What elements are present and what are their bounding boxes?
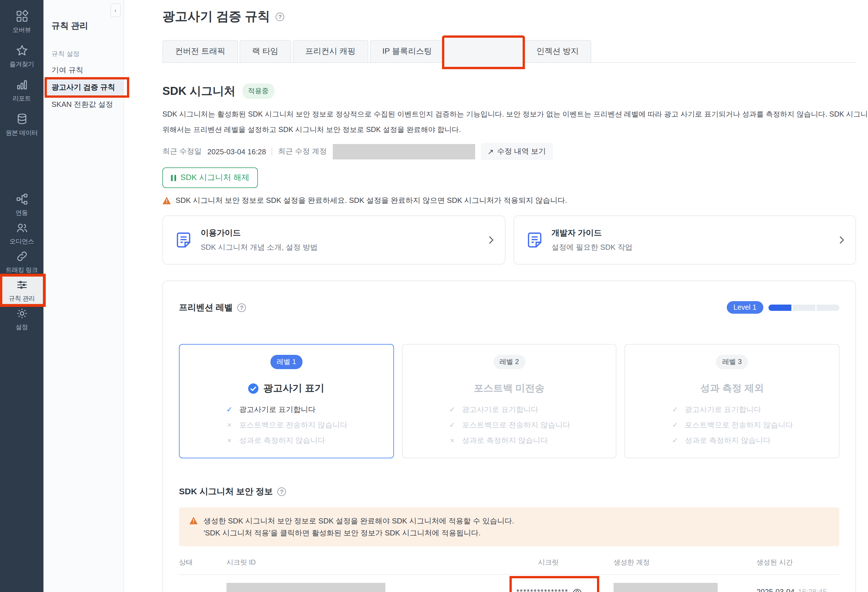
sidebar-item-label: 트래킹 링크 xyxy=(6,265,38,274)
column-header-status: 상태 xyxy=(179,558,226,567)
integration-icon xyxy=(15,192,28,205)
sidebar-item-overview[interactable]: 오버뷰 xyxy=(0,4,43,39)
level-title-text: 성과 측정 제외 xyxy=(700,382,764,395)
star-icon xyxy=(15,44,28,57)
level-rules-list: ✓광고사기로 표기합니다 ✓포스트백으로 전송하지 않습니다 ✓성과로 측정하지… xyxy=(671,405,793,451)
guide-card-title: 개발자 가이드 xyxy=(552,228,632,238)
created-account-cell xyxy=(614,583,756,592)
tab-ip-blocklisting[interactable]: IP 블록리스팅 xyxy=(370,40,444,62)
guide-card-subtitle: 설정에 필요한 SDK 작업 xyxy=(552,242,632,252)
notice-text: 생성한 SDK 시그니처 보안 정보로 SDK 설정을 완료해야 SDK 시그니… xyxy=(204,515,514,539)
tab-injection-prevention[interactable]: 인젝션 방지 xyxy=(524,40,591,62)
chevron-right-icon xyxy=(839,236,844,244)
level-2-card[interactable]: 레벨 2 포스트백 미전송 ✓광고사기로 표기합니다 ✓포스트백으로 전송하지 … xyxy=(402,344,616,458)
menu-item-label: 광고사기 검증 규칙 xyxy=(52,82,115,93)
tab-label: 인젝션 방지 xyxy=(536,46,579,55)
created-time-cell: 2025-03-0416:28:45 xyxy=(756,587,839,592)
help-icon[interactable] xyxy=(276,12,284,21)
gear-icon xyxy=(15,306,28,320)
level-1-card[interactable]: 레벨 1 광고사기 표기 ✓광고사기로 표기합니다 ×포스트백으로 전송하지 않… xyxy=(179,344,394,458)
rule-text: 포스트백으로 전송하지 않습니다 xyxy=(239,421,347,430)
button-label: SDK 시그니처 해제 xyxy=(180,172,249,183)
sidebar-item-raw-data[interactable]: 원본 데이터 xyxy=(0,108,43,142)
table-row: *************** 2025-03-0416:28:45 xyxy=(179,574,839,592)
security-info-heading: SDK 시그니처 보안 정보 xyxy=(179,486,286,497)
guide-card-title: 이용가이드 xyxy=(201,228,317,238)
secondary-sidebar-title: 규칙 관리 xyxy=(52,21,124,31)
cross-icon: × xyxy=(225,436,233,445)
sdk-signature-description: SDK 시그니처는 활성화된 SDK 시그니처 보안 정보로 정상적으로 수집된… xyxy=(162,107,856,138)
level-indicator: Level 1 xyxy=(726,301,839,314)
rule-text: 광고사기로 표기합니다 xyxy=(462,405,538,414)
secret-id-cell xyxy=(226,583,509,592)
tab-bar: 컨버전 트래픽 랙 타임 프리컨시 캐핑 IP 블록리스팅 SDK 시그니처 인… xyxy=(162,40,856,63)
description-line: 위해서는 프리벤션 레벨을 설정하고 SDK 시그니처 보안 정보로 SDK 설… xyxy=(162,122,856,138)
column-header-secret-id: 시크릿 ID xyxy=(226,558,509,567)
check-icon: ✓ xyxy=(448,405,456,414)
column-header-created-time: 생성된 시간 xyxy=(756,558,839,567)
level-card-title: 포스트백 미전송 xyxy=(402,382,616,395)
notice-line: 'SDK 시그니처 적용'을 클릭하면 활성화된 보안 정보가 SDK 시그니처… xyxy=(204,527,514,539)
disable-sdk-signature-button[interactable]: SDK 시그니처 해제 xyxy=(162,168,258,188)
sidebar-item-settings[interactable]: 설정 xyxy=(0,305,43,333)
tab-label: 랙 타임 xyxy=(252,46,279,55)
external-link-icon: ↗ xyxy=(487,147,494,156)
eye-icon[interactable] xyxy=(573,587,582,592)
secret-cell: *************** xyxy=(509,575,614,592)
developer-guide-card[interactable]: 개발자 가이드 설정에 필요한 SDK 작업 xyxy=(513,215,856,265)
help-icon[interactable] xyxy=(237,303,246,312)
sidebar-item-favorites[interactable]: 즐겨찾기 xyxy=(0,39,43,73)
security-info-table: 상태 시크릿 ID 시크릿 생성한 계정 생성된 시간 ******** xyxy=(179,554,839,592)
sdk-signature-settings-card: 프리벤션 레벨 Level 1 레벨 1 xyxy=(162,281,856,592)
tab-conversion-traffic[interactable]: 컨버전 트래픽 xyxy=(162,40,238,62)
level-3-card[interactable]: 레벨 3 성과 측정 제외 ✓광고사기로 표기합니다 ✓포스트백으로 전송하지 … xyxy=(625,344,839,458)
warning-triangle-icon xyxy=(162,197,171,205)
menu-item-label: 기여 규칙 xyxy=(52,65,83,75)
view-history-button[interactable]: ↗ 수정 내역 보기 xyxy=(481,143,553,160)
user-guide-card[interactable]: 이용가이드 SDK 시그니처 개념 소개, 설정 방법 xyxy=(162,215,505,265)
app-root: 오버뷰 즐겨찾기 리포트 xyxy=(0,0,868,592)
tab-lag-time[interactable]: 랙 타임 xyxy=(239,40,291,62)
sidebar-item-label: 즐겨찾기 xyxy=(9,60,34,68)
guide-card-text: 이용가이드 SDK 시그니처 개념 소개, 설정 방법 xyxy=(201,228,317,252)
sidebar-collapse-button[interactable]: ‹ xyxy=(110,3,121,17)
tab-frequency-capping[interactable]: 프리컨시 캐핑 xyxy=(293,40,368,62)
help-icon[interactable] xyxy=(278,487,286,496)
tab-sdk-signature[interactable]: SDK 시그니처 xyxy=(446,40,522,63)
level-title-text: 포스트백 미전송 xyxy=(474,382,544,395)
sidebar-item-skan-conversion[interactable]: SKAN 전환값 설정 xyxy=(43,96,124,113)
sidebar-item-rule-management[interactable]: 규칙 관리 xyxy=(0,276,43,305)
sliders-icon xyxy=(15,278,28,291)
rule-text: 포스트백으로 전송하지 않습니다 xyxy=(685,421,793,430)
audience-icon xyxy=(15,221,28,234)
level-progress-bar xyxy=(769,304,839,311)
sidebar-item-label: 리포트 xyxy=(13,94,31,103)
sidebar-item-label: 설정 xyxy=(16,323,28,331)
sidebar-item-tracking-links[interactable]: 트래킹 링크 xyxy=(0,247,43,276)
check-icon: ✓ xyxy=(671,436,679,445)
sidebar-item-ad-fraud-rules[interactable]: 광고사기 검증 규칙 xyxy=(43,79,124,96)
guide-card-subtitle: SDK 시그니처 개념 소개, 설정 방법 xyxy=(201,242,317,252)
level-card-title: 광고사기 표기 xyxy=(180,382,393,395)
sidebar-item-integrations[interactable]: 연동 xyxy=(0,190,43,219)
check-circle-icon xyxy=(248,383,259,393)
check-icon: ✓ xyxy=(671,421,679,430)
created-date: 2025-03-04 xyxy=(756,587,794,592)
level-rules-list: ✓광고사기로 표기합니다 ✓포스트백으로 전송하지 않습니다 ×성과로 측정하지… xyxy=(448,405,570,451)
sidebar-item-reports[interactable]: 리포트 xyxy=(0,73,43,108)
table-header-row: 상태 시크릿 ID 시크릿 생성한 계정 생성된 시간 xyxy=(179,554,839,574)
sidebar-item-audience[interactable]: 오디언스 xyxy=(0,219,43,247)
sidebar-item-label: 연동 xyxy=(16,208,28,217)
sidebar-item-attribution-rules[interactable]: 기여 규칙 xyxy=(43,62,124,79)
column-header-secret: 시크릿 xyxy=(509,558,614,567)
pause-icon xyxy=(171,175,176,181)
section-heading-text: 프리벤션 레벨 xyxy=(179,302,233,313)
level-pill: 레벨 2 xyxy=(493,355,525,369)
secondary-sidebar: ‹ 규칙 관리 규칙 설정 기여 규칙 광고사기 검증 규칙 SKAN 전환값 … xyxy=(43,0,124,592)
chevron-right-icon xyxy=(489,236,493,244)
progress-segment xyxy=(793,304,815,311)
sidebar-item-label: 오디언스 xyxy=(9,237,34,246)
section-heading-text: SDK 시그니처 보안 정보 xyxy=(179,486,273,497)
progress-segment xyxy=(816,304,839,311)
button-label: 수정 내역 보기 xyxy=(497,146,546,156)
